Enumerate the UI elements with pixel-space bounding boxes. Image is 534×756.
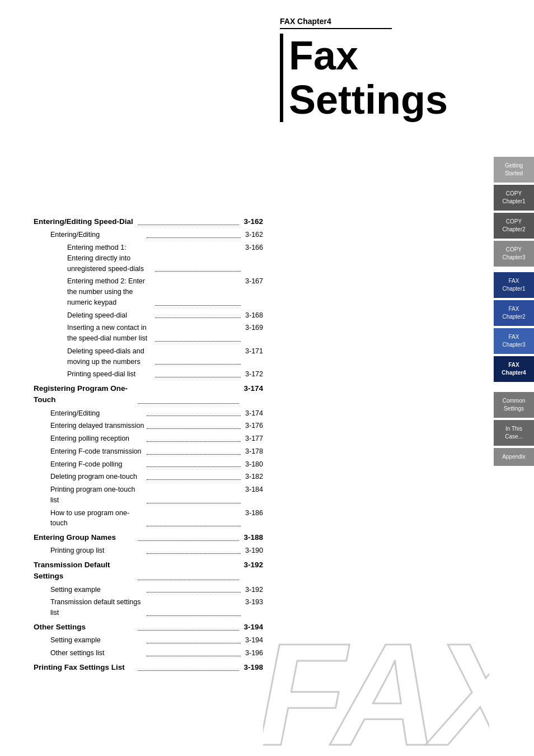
toc-title: Deleting speed-dial <box>67 310 153 321</box>
toc-title: Other settings list <box>50 648 144 659</box>
toc-page: 3-162 <box>245 230 263 240</box>
chapter-panel: FAX Chapter4 Fax Settings GettingStarted… <box>263 0 534 756</box>
toc-page: 3-177 <box>245 433 263 444</box>
toc-entry: Printing speed-dial list3-172 <box>34 369 263 380</box>
toc-title: Entering F-code transmission <box>50 446 144 457</box>
toc-page: 3-180 <box>245 459 263 470</box>
sidebar-item-getting-started[interactable]: GettingStarted <box>494 157 534 183</box>
toc-title: Deleting program one-touch <box>50 472 144 482</box>
toc-title: Entering F-code polling <box>50 459 144 470</box>
toc-page: 3-168 <box>245 310 263 321</box>
sidebar-item-fax-ch2[interactable]: FAXChapter2 <box>494 300 534 326</box>
toc-page: 3-182 <box>245 472 263 482</box>
toc-dots <box>138 559 240 580</box>
sidebar-item-label: In ThisCase... <box>505 425 523 441</box>
toc-dots <box>147 459 241 468</box>
toc-entry: Entering F-code polling3-180 <box>34 459 263 470</box>
toc-entry: Printing program one-touch list3-184 <box>34 484 263 506</box>
toc-entry: Printing group list3-190 <box>34 545 263 556</box>
toc-page: 3-167 <box>245 276 263 307</box>
side-navigation: GettingStartedCOPYChapter1COPYChapter2CO… <box>494 157 534 466</box>
toc-page: 3-166 <box>245 242 263 274</box>
toc-entry: Setting example3-192 <box>34 585 263 595</box>
chapter-label: FAX Chapter4 <box>280 17 392 29</box>
toc-entry: Entering method 2: Enter the number usin… <box>34 276 263 307</box>
sidebar-item-fax-ch3[interactable]: FAXChapter3 <box>494 328 534 354</box>
fax-watermark: FAX <box>263 633 489 756</box>
sidebar-item-fax-ch1[interactable]: FAXChapter1 <box>494 272 534 298</box>
toc-entry: Entering/Editing Speed-Dial3-162 <box>34 216 263 227</box>
toc-title: How to use program one-touch <box>50 508 144 529</box>
sidebar-item-copy-ch3[interactable]: COPYChapter3 <box>494 241 534 267</box>
toc-page: 3-184 <box>245 484 263 506</box>
toc-page: 3-194 <box>245 635 263 646</box>
toc-title: Printing program one-touch list <box>50 484 144 506</box>
sidebar-item-label: CommonSettings <box>503 397 526 413</box>
toc-title: Transmission Default Settings <box>34 559 135 582</box>
toc-page: 3-169 <box>245 323 263 344</box>
toc-entry: Deleting speed-dials and moving up the n… <box>34 346 263 367</box>
toc-page: 3-162 <box>243 216 263 227</box>
toc-entry: Entering polling reception3-177 <box>34 433 263 444</box>
toc-page: 3-198 <box>243 662 263 673</box>
toc-page: 3-178 <box>245 446 263 457</box>
toc-title: Setting example <box>50 635 144 646</box>
toc-title: Entering/Editing Speed-Dial <box>34 216 135 227</box>
toc-dots <box>155 323 241 342</box>
toc-page: 3-193 <box>245 597 263 618</box>
toc-dots <box>147 484 241 503</box>
sidebar-item-appendix[interactable]: Appendix <box>494 448 534 466</box>
toc-dots <box>147 508 241 527</box>
sidebar-item-copy-ch1[interactable]: COPYChapter1 <box>494 185 534 211</box>
toc-page: 3-176 <box>245 421 263 431</box>
toc-entry: Entering F-code transmission3-178 <box>34 446 263 457</box>
toc-dots <box>147 230 241 238</box>
toc-title: Inserting a new contact in the speed-dia… <box>67 323 153 344</box>
toc-page: 3-174 <box>245 408 263 419</box>
toc-page: 3-171 <box>245 346 263 367</box>
toc-entry: Inserting a new contact in the speed-dia… <box>34 323 263 344</box>
toc-page: 3-172 <box>245 369 263 380</box>
toc-dots <box>147 433 241 442</box>
sidebar-item-label: GettingStarted <box>505 162 523 178</box>
toc-dots <box>147 421 241 429</box>
toc-title: Entering method 1: Entering directly int… <box>67 242 153 274</box>
toc-dots <box>155 276 241 305</box>
toc-entry: Registering Program One-Touch3-174 <box>34 383 263 406</box>
toc-title: Setting example <box>50 585 144 595</box>
toc-entry: Entering/Editing3-162 <box>34 230 263 240</box>
toc-dots <box>138 383 240 404</box>
toc-page: 3-196 <box>245 648 263 659</box>
sidebar-item-label: FAXChapter1 <box>502 277 525 293</box>
toc-dots <box>155 242 241 272</box>
toc-dots <box>147 648 241 656</box>
sidebar-item-label: COPYChapter2 <box>502 218 525 234</box>
toc-title: Entering delayed transmission <box>50 421 144 431</box>
toc-page: 3-188 <box>243 532 263 543</box>
toc-entry: Transmission default settings list3-193 <box>34 597 263 618</box>
toc-entry: Printing Fax Settings List3-198 <box>34 662 263 673</box>
toc-entry: Other settings list3-196 <box>34 648 263 659</box>
toc-title: Registering Program One-Touch <box>34 383 135 406</box>
toc-entry: Transmission Default Settings3-192 <box>34 559 263 582</box>
sidebar-item-in-this-case[interactable]: In ThisCase... <box>494 420 534 446</box>
chapter-title: Fax Settings <box>280 34 448 122</box>
toc-dots <box>138 532 240 541</box>
toc-page: 3-186 <box>245 508 263 529</box>
sidebar-item-fax-ch4[interactable]: FAXChapter4 <box>494 356 534 382</box>
toc-page: 3-192 <box>243 559 263 582</box>
toc-title: Printing group list <box>50 545 144 556</box>
toc-dots <box>155 346 241 365</box>
toc-title: Printing Fax Settings List <box>34 662 135 673</box>
toc-entry: How to use program one-touch3-186 <box>34 508 263 529</box>
toc-title: Deleting speed-dials and moving up the n… <box>67 346 153 367</box>
toc-dots <box>147 408 241 417</box>
toc-page: 3-174 <box>243 383 263 406</box>
sidebar-item-label: FAXChapter4 <box>502 361 526 377</box>
toc-dots <box>147 585 241 593</box>
sidebar-item-common-settings[interactable]: CommonSettings <box>494 392 534 418</box>
toc-entry: Entering Group Names3-188 <box>34 532 263 543</box>
toc-dots <box>138 662 240 671</box>
sidebar-item-copy-ch2[interactable]: COPYChapter2 <box>494 213 534 239</box>
toc-entry: Other Settings3-194 <box>34 622 263 633</box>
